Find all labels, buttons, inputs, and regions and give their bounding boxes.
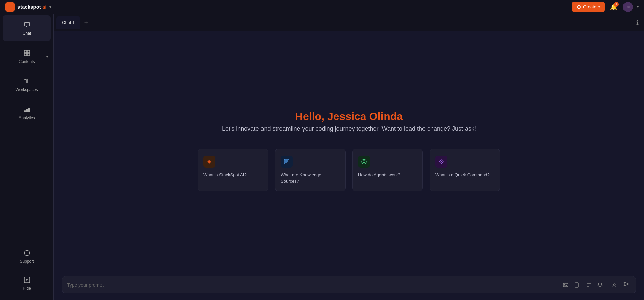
sidebar-bottom: Support Hide — [0, 242, 53, 300]
svg-rect-10 — [28, 108, 30, 112]
input-bar — [54, 271, 644, 300]
topbar-right: ⊕ Create ▾ 🔔 1 JO ▾ — [572, 2, 639, 12]
chat-tabs-bar: Chat 1 + ℹ — [54, 14, 644, 31]
chat-icon — [23, 21, 31, 29]
greeting-section: Hello, Jessica Olinda Let's innovate and… — [222, 110, 476, 133]
sidebar-item-chat[interactable]: Chat — [3, 15, 51, 41]
new-tab-button[interactable]: + — [81, 18, 91, 27]
svg-rect-4 — [27, 53, 30, 56]
card-icon-quick-command — [435, 156, 447, 168]
new-tab-icon: + — [84, 18, 88, 26]
chat-info-button[interactable]: ℹ — [634, 17, 641, 28]
attach-image-button[interactable] — [561, 281, 570, 289]
layers-button[interactable] — [596, 281, 604, 289]
avatar-chevron-icon[interactable]: ▾ — [637, 5, 639, 9]
workspaces-icon — [23, 77, 31, 85]
sidebar-item-hide[interactable]: Hide — [3, 270, 51, 296]
greeting-name: Hello, Jessica Olinda — [222, 110, 476, 123]
contents-icon — [23, 49, 31, 57]
suggestion-cards: What is StackSpot AI? What are Knowledge… — [198, 149, 500, 191]
card-label-stackspot: What is StackSpot AI? — [203, 172, 263, 178]
chat-area: Chat 1 + ℹ Hello, Jessica Olinda Let's i… — [54, 14, 644, 300]
svg-point-22 — [441, 161, 442, 162]
chat-tab-1[interactable]: Chat 1 — [56, 16, 80, 29]
topbar-chevron-icon[interactable]: ▾ — [49, 5, 51, 9]
input-divider — [607, 282, 607, 288]
topbar: stackspot ai ▾ ⊕ Create ▾ 🔔 1 JO ▾ — [0, 0, 644, 14]
create-plus-icon: ⊕ — [577, 4, 581, 10]
hide-label: Hide — [23, 286, 31, 291]
expand-button[interactable] — [610, 281, 619, 289]
sidebar: Chat Contents ▾ Wor — [0, 14, 54, 300]
svg-point-21 — [364, 161, 364, 162]
prompt-input[interactable] — [67, 282, 558, 288]
main-layout: Chat Contents ▾ Wor — [0, 14, 644, 300]
support-icon — [23, 249, 31, 257]
user-avatar-button[interactable]: JO — [623, 2, 633, 12]
create-label: Create — [583, 4, 596, 9]
input-toolbar — [561, 280, 631, 290]
suggestion-card-agents[interactable]: How do Agents work? — [352, 149, 423, 191]
send-button[interactable] — [621, 280, 631, 290]
svg-rect-1 — [24, 50, 27, 53]
workspaces-label: Workspaces — [16, 87, 38, 92]
card-label-knowledge: What are Knowledge Sources? — [281, 172, 340, 184]
create-button[interactable]: ⊕ Create ▾ — [572, 2, 605, 12]
create-chevron-icon: ▾ — [598, 5, 600, 9]
logo-icon — [5, 2, 15, 12]
card-icon-knowledge — [281, 156, 293, 168]
avatar-initials: JO — [626, 5, 631, 9]
support-label: Support — [19, 259, 34, 264]
card-icon-stackspot — [203, 156, 215, 168]
analytics-icon — [23, 106, 31, 114]
list-button[interactable] — [584, 281, 593, 289]
contents-chevron-icon: ▾ — [46, 55, 48, 59]
sidebar-spacer — [0, 127, 53, 242]
logo-main: stackspot — [17, 4, 41, 10]
svg-point-14 — [208, 161, 210, 163]
hide-icon — [23, 276, 31, 284]
svg-rect-8 — [24, 110, 26, 112]
suggestion-card-stackspot-ai[interactable]: What is StackSpot AI? — [198, 149, 268, 191]
contents-label: Contents — [18, 59, 35, 64]
notifications-button[interactable]: 🔔 1 — [609, 2, 619, 12]
logo-text: stackspot ai — [17, 4, 47, 10]
svg-rect-2 — [27, 50, 30, 53]
chat-content: Hello, Jessica Olinda Let's innovate and… — [54, 31, 644, 271]
svg-rect-6 — [27, 79, 30, 83]
card-label-agents: How do Agents work? — [358, 172, 417, 178]
analytics-label: Analytics — [18, 116, 35, 120]
svg-point-12 — [27, 254, 27, 255]
greeting-subtitle: Let's innovate and streamline your codin… — [222, 125, 476, 133]
topbar-left: stackspot ai ▾ — [5, 2, 51, 12]
attach-file-button[interactable] — [573, 281, 581, 289]
chat-label: Chat — [23, 31, 31, 36]
suggestion-card-knowledge-sources[interactable]: What are Knowledge Sources? — [275, 149, 346, 191]
svg-rect-5 — [24, 80, 27, 83]
svg-rect-3 — [24, 53, 27, 56]
sidebar-item-workspaces[interactable]: Workspaces — [3, 72, 51, 98]
suggestion-card-quick-command[interactable]: What is a Quick Command? — [430, 149, 500, 191]
card-label-quick-command: What is a Quick Command? — [435, 172, 494, 178]
logo-ai: ai — [41, 4, 47, 10]
sidebar-item-analytics[interactable]: Analytics — [3, 100, 51, 126]
svg-rect-9 — [26, 109, 28, 112]
sidebar-item-contents[interactable]: Contents ▾ — [3, 44, 51, 69]
input-container — [62, 276, 636, 293]
chat-tab-1-label: Chat 1 — [62, 20, 75, 25]
sidebar-item-support[interactable]: Support — [3, 243, 51, 269]
notification-badge: 1 — [614, 2, 619, 7]
card-icon-agents — [358, 156, 370, 168]
